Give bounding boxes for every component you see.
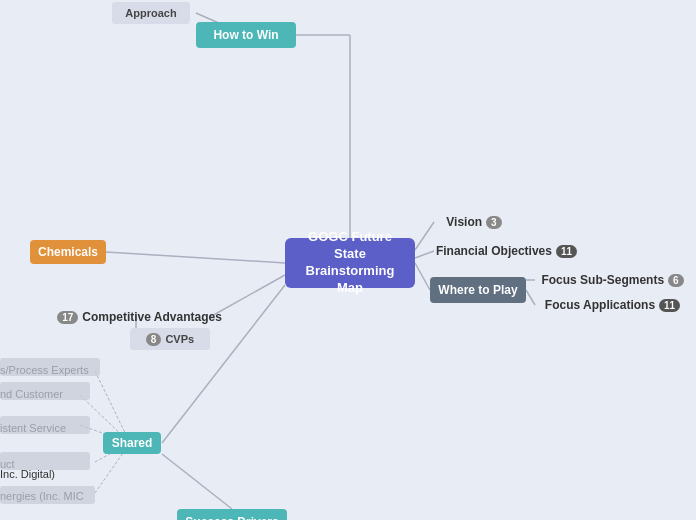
focus-sub-segments-node[interactable]: Focus Sub-Segments 6 xyxy=(535,269,690,291)
how-to-win-node[interactable]: How to Win xyxy=(196,22,296,48)
side-item-bar-2 xyxy=(0,382,90,400)
cvps-node[interactable]: 8 CVPs xyxy=(130,328,210,350)
cvps-label: CVPs xyxy=(165,333,194,345)
vision-badge: 3 xyxy=(486,216,502,229)
side-item-bar-1 xyxy=(0,358,100,376)
competitive-label: Competitive Advantages xyxy=(82,310,222,324)
svg-line-10 xyxy=(415,251,434,258)
svg-line-8 xyxy=(162,454,232,509)
shared-node[interactable]: Shared xyxy=(103,432,161,454)
svg-line-9 xyxy=(415,222,434,250)
focus-applications-node[interactable]: Focus Applications 11 xyxy=(535,294,690,316)
focus-sub-badge: 6 xyxy=(668,274,684,287)
central-node[interactable]: GOGC Future State Brainstorming Map xyxy=(285,238,415,288)
svg-line-11 xyxy=(415,263,430,290)
competitive-advantages-node[interactable]: 17 Competitive Advantages xyxy=(62,306,217,328)
cvps-badge: 8 xyxy=(146,333,162,346)
side-item-bar-6 xyxy=(0,486,95,504)
mind-map-canvas: GOGC Future State Brainstorming Map How … xyxy=(0,0,696,520)
focus-sub-label: Focus Sub-Segments xyxy=(541,273,664,287)
financial-label: Financial Objectives xyxy=(436,244,552,258)
svg-line-13 xyxy=(526,290,535,305)
side-item-bar-5 xyxy=(0,465,90,483)
svg-line-3 xyxy=(106,252,285,263)
side-item-bar-3 xyxy=(0,416,90,434)
financial-objectives-node[interactable]: Financial Objectives 11 xyxy=(434,240,579,262)
financial-badge: 11 xyxy=(556,245,577,258)
approach-node[interactable]: Approach xyxy=(112,2,190,24)
focus-app-badge: 11 xyxy=(659,299,680,312)
vision-label: Vision xyxy=(446,215,482,229)
success-drivers-node[interactable]: Success Drivers xyxy=(177,509,287,520)
competitive-badge: 17 xyxy=(57,311,78,324)
where-to-play-node[interactable]: Where to Play xyxy=(430,277,526,303)
vision-node[interactable]: Vision 3 xyxy=(434,211,514,233)
chemicals-node[interactable]: Chemicals xyxy=(30,240,106,264)
focus-app-label: Focus Applications xyxy=(545,298,655,312)
